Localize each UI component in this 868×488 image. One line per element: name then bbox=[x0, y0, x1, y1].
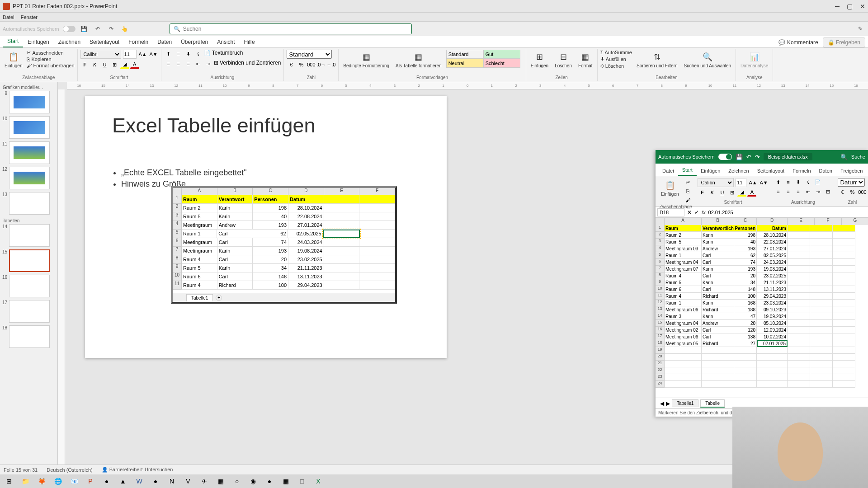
kommentare-button[interactable]: 💬 Kommentare bbox=[778, 39, 818, 46]
fill-button[interactable]: ⬇ Ausfüllen bbox=[600, 56, 632, 62]
align-middle-icon[interactable]: ≡ bbox=[174, 50, 183, 58]
ex-tab-formeln[interactable]: Formeln bbox=[788, 166, 815, 176]
formula-value[interactable]: 02.01.2025 bbox=[708, 210, 733, 215]
wrap-text-button[interactable]: 📄 Textumbruch bbox=[204, 50, 243, 58]
start-menu-icon[interactable]: ⊞ bbox=[2, 475, 16, 487]
emb-row[interactable]: 10Raum 6Carl14813.11.2023 bbox=[173, 272, 395, 281]
ex-enter-icon[interactable]: ✓ bbox=[694, 209, 699, 216]
emb-add-sheet-icon[interactable]: + bbox=[216, 295, 222, 301]
merge-button[interactable]: ⊞ Verbinden und Zentrieren bbox=[214, 60, 281, 68]
ex-row[interactable]: 11Raum 4Richard10029.04.2023 bbox=[656, 293, 868, 300]
grow-font-icon[interactable]: A▲ bbox=[138, 50, 147, 58]
excel-task-icon[interactable]: X bbox=[311, 475, 326, 487]
tab-ansicht[interactable]: Ansicht bbox=[212, 37, 239, 47]
ex-fill-icon[interactable]: ◢ bbox=[737, 188, 746, 197]
emb-row[interactable]: 7MeetingraumKarin19319.08.2024 bbox=[173, 247, 395, 255]
orientation-icon[interactable]: ⤹ bbox=[194, 50, 203, 58]
ex-row[interactable]: 14Raum 3Karin4719.09.2024 bbox=[656, 313, 868, 320]
telegram-icon[interactable]: ✈ bbox=[197, 475, 212, 487]
freigeben-button[interactable]: 🔒 Freigeben bbox=[823, 38, 865, 47]
slide-thumb-18[interactable] bbox=[9, 325, 50, 348]
ex-tab-datei[interactable]: Datei bbox=[658, 166, 678, 176]
insert-cells-button[interactable]: ⊞Einfügen bbox=[529, 50, 550, 69]
slide[interactable]: Excel Tabelle einfügen „Echte EXCEL Tabe… bbox=[85, 96, 447, 358]
ex-sheet-tabelle1[interactable]: Tabelle1 bbox=[672, 399, 698, 407]
slide-thumb-9[interactable] bbox=[9, 91, 50, 113]
indent-inc-icon[interactable]: ⇥ bbox=[204, 60, 213, 68]
fx-icon[interactable]: fx bbox=[702, 210, 706, 215]
tab-formeln[interactable]: Formeln bbox=[124, 37, 153, 47]
excel-redo-icon[interactable]: ↷ bbox=[755, 154, 760, 160]
ex-row[interactable]: 16Meetingraum 02Carl12012.09.2024 bbox=[656, 327, 868, 333]
font-name-select[interactable]: Calibri bbox=[80, 50, 121, 59]
ex-row[interactable]: 9Raum 5Karin3421.11.2023 bbox=[656, 279, 868, 286]
autosave-toggle[interactable] bbox=[63, 26, 75, 32]
explorer-icon[interactable]: 📁 bbox=[18, 475, 33, 487]
bold-button[interactable]: F bbox=[80, 61, 90, 69]
ex-cut-icon[interactable]: ✂ bbox=[683, 178, 692, 186]
ex-sheet-nav-prev-icon[interactable]: ▶ bbox=[666, 400, 670, 407]
emb-row[interactable]: 11Raum 4Richard10029.04.2023 bbox=[173, 281, 395, 290]
ex-row-empty[interactable]: 23 bbox=[656, 374, 868, 381]
ex-row[interactable]: 18Meetingraum 05Richard2702.01.2025 bbox=[656, 340, 868, 347]
onenote-icon[interactable]: N bbox=[165, 475, 179, 487]
menu-fenster[interactable]: Fenster bbox=[21, 14, 38, 20]
slide-thumb-15[interactable] bbox=[9, 249, 50, 272]
ex-row[interactable]: 3Raum 5Karin4022.08.2024 bbox=[656, 239, 868, 245]
ex-fontsize-input[interactable] bbox=[736, 178, 746, 187]
excel-grid[interactable]: ABCDEFG 1RaumVerantwortlichPersonenDatum… bbox=[656, 218, 868, 398]
ex-row-empty[interactable]: 21 bbox=[656, 361, 868, 367]
ex-row-empty[interactable]: 24 bbox=[656, 381, 868, 388]
app-icon-7[interactable]: ▦ bbox=[278, 475, 293, 487]
ex-fontcolor-icon[interactable]: A bbox=[747, 188, 756, 197]
app-icon-5[interactable]: ◉ bbox=[246, 475, 260, 487]
ex-cancel-icon[interactable]: ✕ bbox=[687, 209, 692, 216]
cell-styles[interactable]: Standard Gut Neutral Schlecht bbox=[446, 50, 523, 68]
vlc-icon[interactable]: ▲ bbox=[116, 475, 130, 487]
chrome-icon[interactable]: 🌐 bbox=[51, 475, 65, 487]
ex-row[interactable]: 2Raum 2Karin19828.10.2024 bbox=[656, 232, 868, 239]
app-icon-4[interactable]: ○ bbox=[230, 475, 244, 487]
ex-row[interactable]: 4Meetingraum 03Andrew19327.01.2024 bbox=[656, 245, 868, 252]
underline-button[interactable]: U bbox=[100, 61, 109, 69]
emb-row[interactable]: 8Raum 4Carl2023.02.2025 bbox=[173, 255, 395, 264]
app-icon-6[interactable]: ● bbox=[262, 475, 277, 487]
ex-border-icon[interactable]: ⊞ bbox=[727, 188, 736, 197]
touch-icon[interactable]: 👆 bbox=[120, 24, 130, 34]
ex-row-empty[interactable]: 22 bbox=[656, 367, 868, 374]
ex-align-top-icon[interactable]: ⬆ bbox=[774, 178, 783, 186]
redo-icon[interactable]: ↷ bbox=[106, 24, 116, 34]
format-table-button[interactable]: ▦Als Tabelle formatieren bbox=[394, 50, 443, 69]
ex-italic[interactable]: K bbox=[708, 188, 717, 197]
paste-button[interactable]: 📋Einfügen bbox=[3, 50, 24, 69]
maximize-button[interactable]: ▢ bbox=[847, 3, 853, 10]
tab-ueberpruefen[interactable]: Überprüfen bbox=[176, 37, 212, 47]
excel-col-headers[interactable]: ABCDEFG bbox=[656, 218, 868, 225]
app-icon-8[interactable]: □ bbox=[295, 475, 309, 487]
dec-decimal-icon[interactable]: ←.0 bbox=[326, 61, 335, 69]
tab-zeichnen[interactable]: Zeichnen bbox=[54, 37, 85, 47]
indent-dec-icon[interactable]: ⇤ bbox=[194, 60, 203, 68]
status-slide-number[interactable]: Folie 15 von 31 bbox=[4, 467, 38, 473]
excel-name-box[interactable] bbox=[657, 208, 684, 216]
undo-icon[interactable]: ↶ bbox=[93, 24, 103, 34]
fill-color-button[interactable]: ◢ bbox=[120, 61, 129, 69]
status-accessibility[interactable]: 👤 Barrierefreiheit: Untersuchen bbox=[102, 467, 173, 473]
excel-undo-icon[interactable]: ↶ bbox=[746, 154, 751, 160]
ex-sheet-nav-first-icon[interactable]: ◀ bbox=[660, 400, 664, 407]
emb-row[interactable]: 2Raum 2Karin19828.10.2024 bbox=[173, 204, 395, 212]
ribbon-collapse-icon[interactable]: ✎ bbox=[855, 24, 865, 34]
ex-bold[interactable]: F bbox=[698, 188, 707, 197]
ex-copy-icon[interactable]: ⎘ bbox=[683, 187, 692, 195]
emb-row[interactable]: 5Raum 1Carl6202.05.2025 bbox=[173, 230, 395, 238]
excel-search-icon[interactable]: 🔍 bbox=[840, 154, 848, 160]
minimize-button[interactable]: ─ bbox=[835, 3, 840, 10]
cut-button[interactable]: ✂ Ausschneiden bbox=[27, 50, 74, 56]
outlook-icon[interactable]: 📧 bbox=[67, 475, 81, 487]
slide-thumb-11[interactable] bbox=[9, 141, 50, 164]
align-right-icon[interactable]: ≡ bbox=[184, 60, 193, 68]
app-icon-2[interactable]: ● bbox=[148, 475, 163, 487]
ex-tab-freigeben[interactable]: Freigeben bbox=[836, 166, 867, 176]
tab-seitenlayout[interactable]: Seitenlayout bbox=[85, 37, 124, 47]
find-select-button[interactable]: 🔍Suchen und Auswählen bbox=[682, 50, 733, 69]
